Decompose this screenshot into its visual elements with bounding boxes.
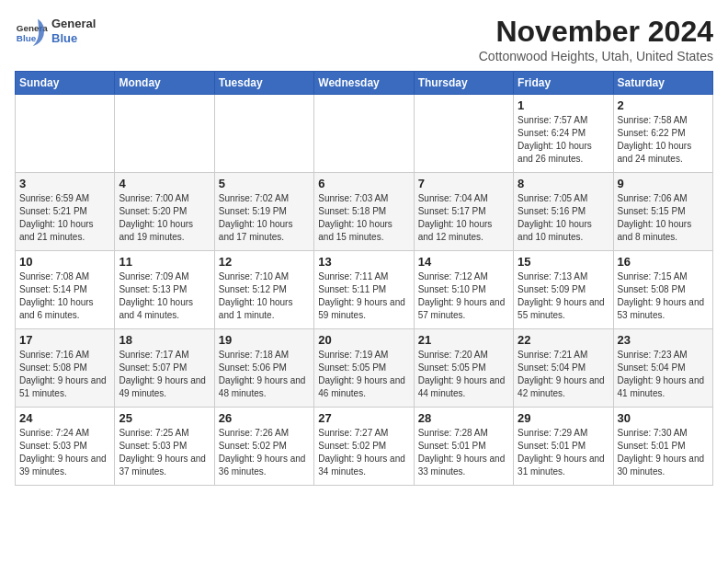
weekday-header-friday: Friday bbox=[514, 72, 613, 95]
day-info: Sunrise: 7:04 AM Sunset: 5:17 PM Dayligh… bbox=[418, 192, 509, 244]
day-info: Sunrise: 7:02 AM Sunset: 5:19 PM Dayligh… bbox=[219, 192, 310, 244]
page-title: November 2024 bbox=[479, 15, 713, 49]
day-number: 26 bbox=[219, 411, 310, 425]
logo-icon: General Blue bbox=[15, 15, 48, 48]
day-number: 9 bbox=[618, 177, 709, 190]
calendar-cell: 20Sunrise: 7:19 AM Sunset: 5:05 PM Dayli… bbox=[314, 329, 414, 408]
day-info: Sunrise: 7:27 AM Sunset: 5:02 PM Dayligh… bbox=[318, 427, 409, 478]
day-number: 22 bbox=[518, 333, 609, 347]
day-info: Sunrise: 7:06 AM Sunset: 5:15 PM Dayligh… bbox=[618, 192, 709, 244]
calendar-cell: 9Sunrise: 7:06 AM Sunset: 5:15 PM Daylig… bbox=[613, 173, 712, 251]
day-number: 16 bbox=[618, 255, 709, 269]
day-info: Sunrise: 7:25 AM Sunset: 5:03 PM Dayligh… bbox=[119, 427, 210, 478]
logo: General Blue General Blue bbox=[15, 15, 96, 48]
calendar-cell bbox=[16, 95, 115, 173]
calendar-cell: 22Sunrise: 7:21 AM Sunset: 5:04 PM Dayli… bbox=[514, 329, 613, 408]
calendar-week-3: 10Sunrise: 7:08 AM Sunset: 5:14 PM Dayli… bbox=[16, 251, 713, 329]
weekday-header-tuesday: Tuesday bbox=[214, 72, 313, 95]
day-info: Sunrise: 6:59 AM Sunset: 5:21 PM Dayligh… bbox=[19, 192, 110, 244]
calendar-cell: 27Sunrise: 7:27 AM Sunset: 5:02 PM Dayli… bbox=[314, 408, 414, 486]
day-number: 18 bbox=[119, 333, 210, 347]
calendar-table: SundayMondayTuesdayWednesdayThursdayFrid… bbox=[15, 71, 713, 486]
weekday-header-wednesday: Wednesday bbox=[314, 72, 414, 95]
day-number: 5 bbox=[219, 177, 310, 190]
logo-text: General Blue bbox=[51, 17, 96, 45]
day-number: 11 bbox=[119, 255, 210, 269]
day-info: Sunrise: 7:19 AM Sunset: 5:05 PM Dayligh… bbox=[318, 349, 409, 400]
calendar-cell bbox=[115, 95, 214, 173]
header: General Blue General Blue November 2024 … bbox=[15, 15, 713, 63]
day-number: 29 bbox=[518, 411, 609, 425]
calendar-cell: 23Sunrise: 7:23 AM Sunset: 5:04 PM Dayli… bbox=[613, 329, 712, 408]
day-number: 12 bbox=[219, 255, 310, 269]
day-number: 17 bbox=[19, 333, 110, 347]
day-info: Sunrise: 7:11 AM Sunset: 5:11 PM Dayligh… bbox=[318, 270, 409, 322]
calendar-cell: 2Sunrise: 7:58 AM Sunset: 6:22 PM Daylig… bbox=[613, 95, 712, 173]
calendar-cell: 29Sunrise: 7:29 AM Sunset: 5:01 PM Dayli… bbox=[514, 408, 613, 486]
day-info: Sunrise: 7:58 AM Sunset: 6:22 PM Dayligh… bbox=[618, 114, 709, 166]
day-info: Sunrise: 7:28 AM Sunset: 5:01 PM Dayligh… bbox=[418, 427, 509, 478]
calendar-body: 1Sunrise: 7:57 AM Sunset: 6:24 PM Daylig… bbox=[16, 95, 713, 486]
weekday-header-saturday: Saturday bbox=[613, 72, 712, 95]
day-number: 28 bbox=[418, 411, 509, 425]
day-info: Sunrise: 7:05 AM Sunset: 5:16 PM Dayligh… bbox=[518, 192, 609, 244]
calendar-cell: 4Sunrise: 7:00 AM Sunset: 5:20 PM Daylig… bbox=[115, 173, 214, 251]
day-number: 30 bbox=[618, 411, 709, 425]
day-info: Sunrise: 7:10 AM Sunset: 5:12 PM Dayligh… bbox=[219, 270, 310, 322]
day-number: 27 bbox=[318, 411, 409, 425]
day-info: Sunrise: 7:26 AM Sunset: 5:02 PM Dayligh… bbox=[219, 427, 310, 478]
weekday-header-sunday: Sunday bbox=[16, 72, 115, 95]
day-info: Sunrise: 7:08 AM Sunset: 5:14 PM Dayligh… bbox=[19, 270, 110, 322]
day-info: Sunrise: 7:00 AM Sunset: 5:20 PM Dayligh… bbox=[119, 192, 210, 244]
day-number: 1 bbox=[518, 98, 609, 112]
day-info: Sunrise: 7:09 AM Sunset: 5:13 PM Dayligh… bbox=[119, 270, 210, 322]
calendar-cell bbox=[214, 95, 313, 173]
day-number: 13 bbox=[318, 255, 409, 269]
calendar-cell: 7Sunrise: 7:04 AM Sunset: 5:17 PM Daylig… bbox=[414, 173, 513, 251]
calendar-cell: 18Sunrise: 7:17 AM Sunset: 5:07 PM Dayli… bbox=[115, 329, 214, 408]
day-info: Sunrise: 7:21 AM Sunset: 5:04 PM Dayligh… bbox=[518, 349, 609, 400]
day-number: 25 bbox=[119, 411, 210, 425]
calendar-week-4: 17Sunrise: 7:16 AM Sunset: 5:08 PM Dayli… bbox=[16, 329, 713, 408]
calendar-cell: 1Sunrise: 7:57 AM Sunset: 6:24 PM Daylig… bbox=[514, 95, 613, 173]
day-number: 24 bbox=[19, 411, 110, 425]
day-number: 15 bbox=[518, 255, 609, 269]
calendar-cell: 15Sunrise: 7:13 AM Sunset: 5:09 PM Dayli… bbox=[514, 251, 613, 329]
page-subtitle: Cottonwood Heights, Utah, United States bbox=[479, 49, 713, 63]
day-info: Sunrise: 7:15 AM Sunset: 5:08 PM Dayligh… bbox=[618, 270, 709, 322]
calendar-cell: 5Sunrise: 7:02 AM Sunset: 5:19 PM Daylig… bbox=[214, 173, 313, 251]
day-info: Sunrise: 7:30 AM Sunset: 5:01 PM Dayligh… bbox=[618, 427, 709, 478]
calendar-cell: 16Sunrise: 7:15 AM Sunset: 5:08 PM Dayli… bbox=[613, 251, 712, 329]
day-info: Sunrise: 7:18 AM Sunset: 5:06 PM Dayligh… bbox=[219, 349, 310, 400]
calendar-week-5: 24Sunrise: 7:24 AM Sunset: 5:03 PM Dayli… bbox=[16, 408, 713, 486]
calendar-week-1: 1Sunrise: 7:57 AM Sunset: 6:24 PM Daylig… bbox=[16, 95, 713, 173]
day-info: Sunrise: 7:29 AM Sunset: 5:01 PM Dayligh… bbox=[518, 427, 609, 478]
day-number: 6 bbox=[318, 177, 409, 190]
calendar-cell: 6Sunrise: 7:03 AM Sunset: 5:18 PM Daylig… bbox=[314, 173, 414, 251]
calendar-cell: 10Sunrise: 7:08 AM Sunset: 5:14 PM Dayli… bbox=[16, 251, 115, 329]
calendar-week-2: 3Sunrise: 6:59 AM Sunset: 5:21 PM Daylig… bbox=[16, 173, 713, 251]
day-info: Sunrise: 7:13 AM Sunset: 5:09 PM Dayligh… bbox=[518, 270, 609, 322]
day-info: Sunrise: 7:20 AM Sunset: 5:05 PM Dayligh… bbox=[418, 349, 509, 400]
weekday-header-monday: Monday bbox=[115, 72, 214, 95]
weekday-header-thursday: Thursday bbox=[414, 72, 513, 95]
calendar-cell: 3Sunrise: 6:59 AM Sunset: 5:21 PM Daylig… bbox=[16, 173, 115, 251]
calendar-cell bbox=[314, 95, 414, 173]
calendar-cell: 24Sunrise: 7:24 AM Sunset: 5:03 PM Dayli… bbox=[16, 408, 115, 486]
calendar-cell bbox=[414, 95, 513, 173]
svg-text:Blue: Blue bbox=[17, 33, 37, 43]
day-number: 7 bbox=[418, 177, 509, 190]
day-number: 3 bbox=[19, 177, 110, 190]
title-area: November 2024 Cottonwood Heights, Utah, … bbox=[479, 15, 713, 63]
calendar-cell: 11Sunrise: 7:09 AM Sunset: 5:13 PM Dayli… bbox=[115, 251, 214, 329]
calendar-cell: 8Sunrise: 7:05 AM Sunset: 5:16 PM Daylig… bbox=[514, 173, 613, 251]
day-number: 19 bbox=[219, 333, 310, 347]
day-number: 8 bbox=[518, 177, 609, 190]
day-info: Sunrise: 7:23 AM Sunset: 5:04 PM Dayligh… bbox=[618, 349, 709, 400]
calendar-cell: 12Sunrise: 7:10 AM Sunset: 5:12 PM Dayli… bbox=[214, 251, 313, 329]
calendar-header: SundayMondayTuesdayWednesdayThursdayFrid… bbox=[16, 72, 713, 95]
day-info: Sunrise: 7:03 AM Sunset: 5:18 PM Dayligh… bbox=[318, 192, 409, 244]
calendar-cell: 13Sunrise: 7:11 AM Sunset: 5:11 PM Dayli… bbox=[314, 251, 414, 329]
calendar-cell: 19Sunrise: 7:18 AM Sunset: 5:06 PM Dayli… bbox=[214, 329, 313, 408]
day-info: Sunrise: 7:12 AM Sunset: 5:10 PM Dayligh… bbox=[418, 270, 509, 322]
